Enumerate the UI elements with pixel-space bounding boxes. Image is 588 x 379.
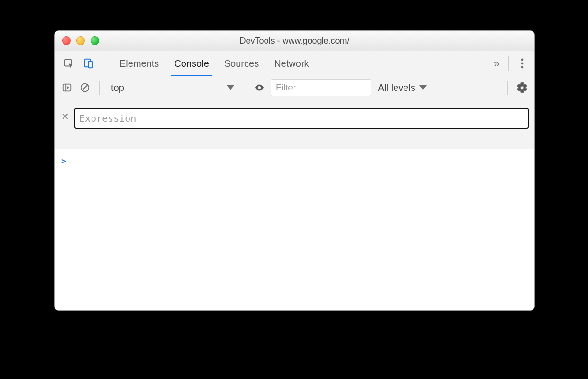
live-expression-input[interactable] bbox=[74, 108, 529, 129]
zoom-window-button[interactable] bbox=[91, 36, 99, 45]
context-label: top bbox=[111, 82, 124, 93]
gear-icon bbox=[516, 82, 528, 93]
create-live-expression-button[interactable] bbox=[253, 81, 266, 94]
toggle-device-toolbar-button[interactable] bbox=[80, 55, 97, 72]
separator bbox=[507, 81, 508, 95]
panel-tabs: Elements Console Sources Network bbox=[119, 51, 310, 76]
devtools-menu-button[interactable] bbox=[514, 58, 530, 69]
tab-label: Sources bbox=[224, 58, 259, 69]
log-levels-select[interactable]: All levels bbox=[376, 82, 429, 93]
svg-point-3 bbox=[521, 59, 524, 61]
separator bbox=[103, 56, 103, 71]
devtools-tabstrip: Elements Console Sources Network » bbox=[55, 51, 534, 76]
toggle-console-sidebar-button[interactable] bbox=[60, 81, 74, 94]
console-output[interactable]: > bbox=[55, 149, 534, 310]
remove-live-expression-button[interactable]: ✕ bbox=[60, 112, 70, 121]
svg-point-5 bbox=[521, 66, 524, 69]
tab-console[interactable]: Console bbox=[173, 51, 210, 76]
tab-label: Network bbox=[274, 58, 309, 69]
eye-icon bbox=[254, 82, 265, 93]
levels-label: All levels bbox=[378, 82, 415, 93]
chevron-down-icon bbox=[419, 85, 427, 90]
kebab-menu-icon bbox=[521, 58, 524, 69]
clear-icon bbox=[80, 82, 90, 93]
minimize-window-button[interactable] bbox=[76, 36, 85, 45]
separator bbox=[245, 81, 245, 95]
chevron-down-icon bbox=[227, 85, 234, 90]
console-toolbar: top All levels bbox=[55, 76, 534, 99]
execution-context-select[interactable]: top bbox=[107, 82, 237, 93]
window-titlebar: DevTools - www.google.com/ bbox=[55, 31, 534, 51]
device-icon bbox=[83, 58, 94, 69]
svg-point-10 bbox=[258, 86, 261, 89]
close-window-button[interactable] bbox=[62, 36, 71, 45]
tab-sources[interactable]: Sources bbox=[223, 51, 260, 76]
tab-label: Console bbox=[174, 58, 209, 69]
traffic-lights bbox=[55, 36, 99, 45]
window-title: DevTools - www.google.com/ bbox=[55, 36, 534, 46]
svg-rect-2 bbox=[88, 61, 92, 68]
svg-line-9 bbox=[83, 85, 88, 90]
inspect-icon bbox=[64, 58, 74, 69]
live-expression-area: ✕ bbox=[55, 99, 534, 149]
tab-network[interactable]: Network bbox=[273, 51, 310, 76]
svg-point-4 bbox=[521, 63, 524, 65]
clear-console-button[interactable] bbox=[78, 81, 92, 94]
chevron-right-double-icon: » bbox=[494, 57, 499, 70]
separator bbox=[508, 56, 509, 71]
sidebar-toggle-icon bbox=[62, 82, 72, 93]
close-icon: ✕ bbox=[61, 111, 69, 122]
inspect-element-button[interactable] bbox=[60, 55, 77, 72]
more-tabs-button[interactable]: » bbox=[490, 57, 503, 70]
console-settings-button[interactable] bbox=[515, 81, 529, 94]
separator bbox=[99, 81, 100, 95]
tab-elements[interactable]: Elements bbox=[119, 51, 160, 76]
devtools-window: DevTools - www.google.com/ Elements Cons… bbox=[54, 30, 535, 311]
console-filter-input[interactable] bbox=[271, 79, 371, 96]
svg-rect-6 bbox=[63, 84, 71, 91]
tab-label: Elements bbox=[119, 58, 159, 69]
console-prompt-caret: > bbox=[61, 156, 66, 166]
